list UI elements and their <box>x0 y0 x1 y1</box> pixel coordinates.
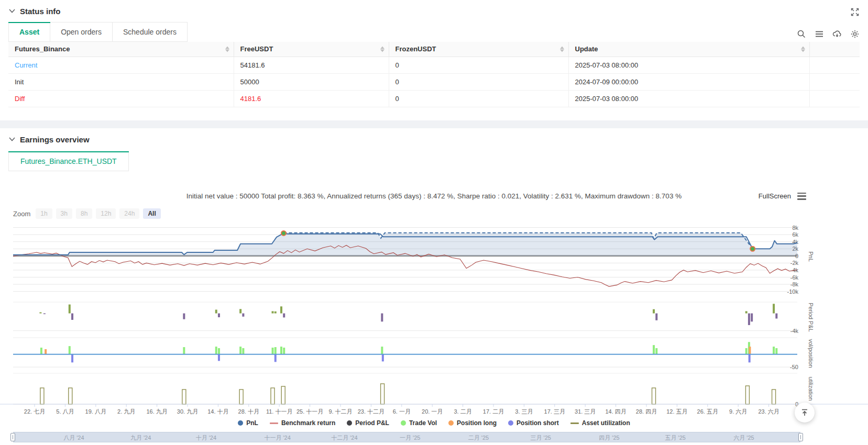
asset-utilization-bar <box>271 388 274 404</box>
asset-table: Futures_Binance FreeUSDT FrozenUSDT Upda… <box>8 42 860 107</box>
to-top-icon <box>800 408 809 417</box>
tab-schedule-orders[interactable]: Schedule orders <box>113 22 188 42</box>
panel-axis-title: PnL <box>808 251 814 262</box>
status-info-header: Status info <box>0 0 868 18</box>
legend-marker <box>401 420 406 426</box>
x-axis-label: 14. 四月 <box>605 408 626 415</box>
legend-item-position-long[interactable]: Position long <box>448 419 497 427</box>
x-axis-label: 20. 一月 <box>422 408 443 415</box>
table-header-row: Futures_Binance FreeUSDT FrozenUSDT Upda… <box>8 42 860 57</box>
asset-utilization-bar <box>281 386 285 404</box>
zoom-12h-button[interactable]: 12h <box>96 208 116 219</box>
panel-axis-title: utilization <box>808 377 814 401</box>
tab-asset[interactable]: Asset <box>8 22 50 42</box>
navigator-right-handle[interactable] <box>798 433 803 441</box>
period-pnl-bar <box>280 306 282 313</box>
legend-item-asset-utilization[interactable]: Asset utilization <box>570 419 630 427</box>
x-axis-label: 25. 十一月 <box>296 408 323 415</box>
tab-open-orders[interactable]: Open orders <box>50 22 113 42</box>
section-title: Earnings overview <box>20 135 90 144</box>
trade-vol-bar <box>274 347 277 354</box>
sort-icon[interactable] <box>225 46 229 52</box>
navigator-month-label: 三月 '25 <box>530 434 551 442</box>
table-toolbar <box>797 29 860 39</box>
legend-item-period-p-l[interactable]: Period P&L <box>347 419 389 427</box>
back-to-top-button[interactable] <box>795 403 815 422</box>
period-pnl-bar <box>655 314 657 320</box>
period-pnl-bar <box>39 312 41 313</box>
search-icon[interactable] <box>797 29 806 39</box>
period-pnl-bar <box>218 314 220 317</box>
column-header-free-usdt[interactable]: FreeUSDT <box>234 42 389 57</box>
legend-marker <box>270 422 278 424</box>
earnings-chart[interactable]: 8k6k4k2k0-2k-4k-6k-8k-10kPnL-4kPeriod P&… <box>0 219 868 417</box>
position-short-bar <box>382 354 384 362</box>
section-divider <box>0 120 868 128</box>
current-link[interactable]: Current <box>15 61 37 69</box>
legend-item-position-short[interactable]: Position short <box>508 419 559 427</box>
legend-marker <box>238 420 243 426</box>
collapse-chevron-icon[interactable] <box>8 136 16 143</box>
navigator-month-label: 四月 '25 <box>599 434 619 442</box>
tab-futures-binance-eth-usdt[interactable]: Futures_Binance.ETH_USDT <box>8 151 129 171</box>
chart-legend: PnLBenchmark returnPeriod P&LTrade VolPo… <box>0 418 868 428</box>
column-header-frozen-usdt[interactable]: FrozenUSDT <box>389 42 568 57</box>
x-axis-label: 22. 七月 <box>24 408 45 415</box>
sort-icon[interactable] <box>560 46 564 52</box>
cell-frozen-usdt: 0 <box>389 57 568 73</box>
navigator-left-handle[interactable] <box>10 433 15 441</box>
legend-marker <box>448 420 454 426</box>
zoom-1h-button[interactable]: 1h <box>36 208 52 219</box>
zoom-3h-button[interactable]: 3h <box>56 208 72 219</box>
collapse-chevron-icon[interactable] <box>8 7 16 15</box>
expand-icon[interactable] <box>850 7 860 17</box>
table-row-init: Init 50000 0 2024-07-09 00:00:00 <box>8 73 860 90</box>
position-short-bar <box>71 354 73 363</box>
legend-item-trade-vol[interactable]: Trade Vol <box>401 419 437 427</box>
legend-label: Position long <box>457 419 497 427</box>
settings-gear-icon[interactable] <box>850 29 860 39</box>
menu-icon[interactable] <box>815 29 824 39</box>
trade-vol-bar <box>40 348 42 354</box>
panel-axis-title: vol/position <box>808 339 814 368</box>
navigator-month-label: 十二月 '24 <box>331 434 357 442</box>
chart-controls: FullScreen <box>759 192 806 200</box>
sort-icon[interactable] <box>801 46 805 52</box>
fullscreen-button[interactable]: FullScreen <box>759 192 791 200</box>
sort-icon[interactable] <box>380 46 384 52</box>
earnings-overview-section: Earnings overview Futures_Binance.ETH_US… <box>0 128 868 445</box>
cloud-download-icon[interactable] <box>832 29 842 39</box>
zoom-8h-button[interactable]: 8h <box>76 208 92 219</box>
trade-vol-bar <box>775 348 777 354</box>
column-header-update[interactable]: Update <box>568 42 809 57</box>
x-axis-label: 12. 五月 <box>666 408 687 415</box>
x-axis-label: 2. 九月 <box>117 408 135 415</box>
table-row-current: Current 54181.6 0 2025-07-03 08:00:00 <box>8 57 860 73</box>
navigator-month-label: 八月 '24 <box>63 434 84 442</box>
navigator-track[interactable]: 八月 '24九月 '24十月 '24十一月 '24十二月 '24一月 '25二月… <box>13 432 800 442</box>
zoom-24h-button[interactable]: 24h <box>119 208 139 219</box>
status-info-section: Status info Asset Open orders Schedule o… <box>0 0 868 120</box>
legend-label: Period P&L <box>355 419 389 427</box>
asset-utilization-bar <box>69 388 72 404</box>
y-tick-label: -8k <box>790 281 799 287</box>
table-row-diff: Diff 4181.6 0 2025-07-03 08:00:00 <box>8 90 860 107</box>
column-header-futures-binance[interactable]: Futures_Binance <box>8 42 234 57</box>
section-title: Status info <box>20 7 61 16</box>
chart-navigator[interactable]: 八月 '24九月 '24十月 '24十一月 '24十二月 '24一月 '25二月… <box>0 431 868 443</box>
cell-name: Init <box>8 73 234 90</box>
x-axis-label: 3. 二月 <box>454 408 471 415</box>
cell-frozen-usdt: 0 <box>389 90 568 107</box>
zoom-all-button[interactable]: All <box>143 208 160 219</box>
y-tick-label: -10k <box>787 288 799 295</box>
cell-free-usdt: 50000 <box>234 73 389 90</box>
trade-vol-bar <box>381 347 383 354</box>
x-axis-label: 23. 十二月 <box>358 408 384 415</box>
dashboard-page: Status info Asset Open orders Schedule o… <box>0 0 868 445</box>
navigator-month-label: 六月 '25 <box>733 434 754 442</box>
legend-item-pnl[interactable]: PnL <box>238 419 258 427</box>
period-pnl-bar <box>71 314 73 320</box>
chart-context-menu-icon[interactable] <box>797 193 806 200</box>
legend-item-benchmark-return[interactable]: Benchmark return <box>270 419 335 427</box>
trade-vol-bar <box>183 347 185 354</box>
